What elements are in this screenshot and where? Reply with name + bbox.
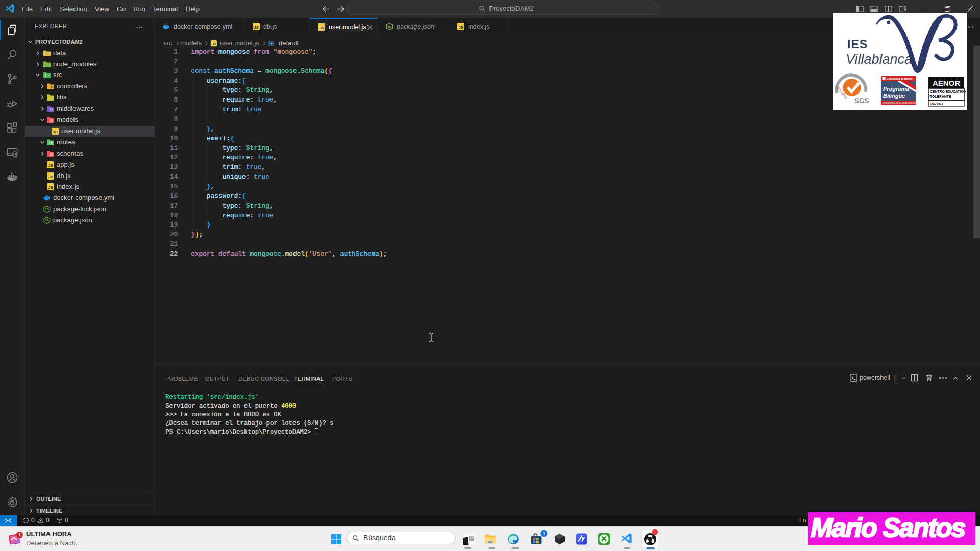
svg-text:CENTRO EDUCATIVO: CENTRO EDUCATIVO [930, 90, 966, 93]
svg-text:TOLERANTE: TOLERANTE [930, 95, 951, 98]
svg-text:JS: JS [459, 25, 463, 30]
svg-text:JS: JS [320, 26, 324, 30]
svg-text:JS: JS [45, 219, 48, 222]
svg-text:JS: JS [48, 174, 53, 179]
svg-text:JS: JS [53, 130, 58, 134]
svg-text:Bilingüe: Bilingüe [883, 93, 905, 99]
svg-text:CONSEJERÍA DE EDUCACIÓN E INVE: CONSEJERÍA DE EDUCACIÓN E INVESTIGACIÓN [883, 102, 930, 104]
svg-text:AENOR: AENOR [933, 79, 960, 87]
svg-text:JS: JS [254, 25, 259, 30]
svg-text:JS: JS [387, 25, 391, 28]
svg-text:1: 1 [543, 531, 545, 536]
svg-text:Programa: Programa [883, 86, 909, 92]
svg-text:JS: JS [212, 42, 216, 46]
svg-text:SGS: SGS [854, 97, 869, 105]
svg-text:JS: JS [48, 163, 53, 168]
svg-text:JS: JS [45, 208, 48, 211]
svg-text:JS: JS [48, 185, 53, 190]
svg-text:Comunidad de Madrid: Comunidad de Madrid [887, 78, 912, 80]
svg-text:UNE 0071: UNE 0071 [930, 102, 943, 105]
svg-text:1: 1 [18, 532, 21, 537]
